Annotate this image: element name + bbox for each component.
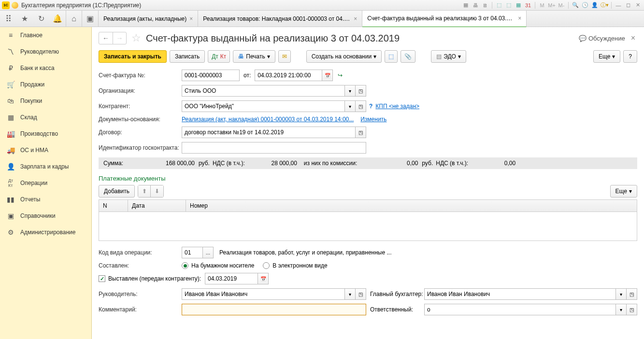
forward-button[interactable]: →: [113, 32, 126, 44]
issued-checkbox[interactable]: Выставлен (передан контрагенту):: [99, 275, 205, 282]
sidebar-item-reports[interactable]: ▮▮Отчеты: [0, 191, 91, 208]
sidebar-item-main[interactable]: ≡Главное: [0, 27, 91, 43]
rub-label: руб.: [422, 160, 433, 167]
head-input[interactable]: [182, 288, 345, 300]
summary-bar: Сумма: 168 000,00 руб. НДС (в т.ч.): 28 …: [99, 157, 637, 169]
select-icon[interactable]: …: [203, 247, 214, 258]
tab-realizations-list[interactable]: Реализация (акты, накладные) ×: [99, 11, 198, 27]
mplus-btn[interactable]: M+: [547, 1, 556, 10]
open-icon[interactable]: ◳: [356, 85, 366, 97]
structure-icon[interactable]: ⬚: [385, 50, 398, 63]
attach-icon[interactable]: 📎: [401, 50, 415, 63]
sidebar-item-manager[interactable]: 〽Руководителю: [0, 43, 91, 60]
responsible-input[interactable]: [424, 304, 616, 315]
contragent-input[interactable]: [182, 100, 345, 112]
payments-table-body[interactable]: [99, 212, 637, 241]
more-button-payments[interactable]: Еще▾: [610, 185, 637, 198]
window-close-icon[interactable]: ✕: [633, 1, 642, 10]
open-icon[interactable]: ◳: [627, 288, 637, 300]
date-input[interactable]: [255, 70, 322, 81]
chevron-down-icon[interactable]: ▾: [345, 85, 356, 97]
sidebar-item-bank[interactable]: ₽Банк и касса: [0, 60, 91, 76]
minimize-icon[interactable]: —: [614, 1, 623, 10]
sidebar-item-operations[interactable]: ДтКтОперации: [0, 175, 91, 191]
sidebar-item-purchases[interactable]: 🛍Покупки: [0, 93, 91, 109]
tab-realization-doc[interactable]: Реализация товаров: Накладная 0001-00000…: [198, 11, 362, 27]
comment-input[interactable]: [182, 304, 366, 315]
clock-icon[interactable]: 🕓: [581, 1, 589, 10]
number-input[interactable]: [182, 70, 240, 81]
sidebar-item-assets[interactable]: 🚚ОС и НМА: [0, 142, 91, 158]
add-button[interactable]: Добавить: [99, 185, 135, 198]
sidebar-item-admin[interactable]: ⚙Администрирование: [0, 224, 91, 240]
calendar-icon[interactable]: 31: [524, 1, 532, 10]
issued-date-input[interactable]: [205, 273, 258, 284]
move-down-icon[interactable]: ⬇: [151, 185, 163, 197]
radio-paper[interactable]: На бумажном носителе: [182, 262, 254, 269]
chevron-down-icon[interactable]: ▾: [345, 288, 356, 300]
sidebar-item-manufacture[interactable]: 🏭Производство: [0, 126, 91, 142]
open-icon[interactable]: ◳: [627, 304, 637, 315]
open-icon[interactable]: ◳: [356, 100, 366, 112]
close-icon[interactable]: ×: [518, 15, 521, 22]
goscontract-input[interactable]: [182, 142, 366, 154]
app-dropdown-icon[interactable]: [12, 2, 18, 9]
calendar-icon[interactable]: 📅: [322, 70, 333, 81]
sidebar-item-catalogs[interactable]: ▣Справочники: [0, 208, 91, 224]
m-btn[interactable]: M: [538, 1, 546, 10]
calendar-icon[interactable]: 📅: [258, 273, 269, 284]
save-close-button[interactable]: Записать и закрыть: [99, 50, 167, 63]
save-button[interactable]: Записать: [170, 50, 205, 63]
help-icon[interactable]: ?: [369, 103, 372, 110]
basis-change-link[interactable]: Изменить: [360, 116, 386, 123]
edo-button[interactable]: ▤ЭДО▾: [431, 50, 466, 63]
tab-invoice[interactable]: Счет-фактура выданный на реализацию 3 от…: [362, 11, 527, 28]
compare-icon[interactable]: ⬚: [495, 1, 503, 10]
chevron-down-icon[interactable]: ▾: [345, 100, 356, 112]
zoom-icon[interactable]: 🔍: [571, 1, 580, 10]
maximize-icon[interactable]: ◻: [624, 1, 632, 10]
page-close-icon[interactable]: ×: [629, 34, 637, 42]
discuss-link[interactable]: 💬Обсуждение: [579, 35, 625, 42]
opcode-input[interactable]: [182, 247, 203, 258]
sidebar-item-warehouse[interactable]: ▦Склад: [0, 109, 91, 126]
preview-icon[interactable]: ▦: [461, 1, 470, 10]
accountant-input[interactable]: [424, 288, 616, 300]
doc-icon[interactable]: 🗎: [481, 1, 489, 10]
radio-electronic[interactable]: В электронном виде: [263, 262, 327, 269]
home-icon[interactable]: ⌂: [66, 11, 82, 27]
favorite-icon[interactable]: ★: [16, 11, 33, 27]
star-icon[interactable]: ☆: [131, 32, 141, 44]
chevron-down-icon[interactable]: ▾: [616, 304, 627, 315]
calc-icon[interactable]: ▦: [514, 1, 523, 10]
mminus-btn[interactable]: M-: [557, 1, 566, 10]
open-icon[interactable]: ◳: [356, 127, 366, 138]
help-button[interactable]: ?: [623, 50, 637, 63]
org-input[interactable]: [182, 85, 345, 97]
user-icon[interactable]: 👤: [590, 1, 599, 10]
close-icon[interactable]: ×: [354, 15, 357, 22]
post-icon[interactable]: ↪: [338, 72, 343, 79]
tasks-icon[interactable]: ▣: [82, 11, 99, 27]
move-up-icon[interactable]: ⬆: [138, 185, 151, 197]
apps-icon[interactable]: ⠿: [0, 11, 16, 27]
print-button[interactable]: 🖶Печать▾: [233, 50, 275, 63]
back-button[interactable]: ←: [99, 32, 113, 44]
email-icon[interactable]: ✉: [278, 50, 291, 63]
sidebar-item-payroll[interactable]: 👤Зарплата и кадры: [0, 158, 91, 175]
postings-icon[interactable]: ДтКт: [208, 50, 230, 63]
sidebar-item-sales[interactable]: 🛒Продажи: [0, 76, 91, 93]
open-icon[interactable]: ◳: [356, 288, 366, 300]
bell-icon[interactable]: 🔔: [49, 11, 66, 27]
info-icon[interactable]: ⓘ▾: [600, 1, 609, 10]
contract-input[interactable]: [182, 127, 356, 138]
close-icon[interactable]: ×: [189, 15, 193, 22]
history-icon[interactable]: ↻: [33, 11, 49, 27]
chevron-down-icon[interactable]: ▾: [616, 288, 627, 300]
create-based-button[interactable]: Создать на основании▾: [306, 50, 382, 63]
export-icon[interactable]: ⬚: [504, 1, 513, 10]
more-button[interactable]: Еще▾: [593, 50, 620, 63]
kpp-link[interactable]: КПП <не задан>: [375, 103, 419, 110]
print-icon[interactable]: 🖶: [471, 1, 480, 10]
basis-link[interactable]: Реализация (акт, накладная) 0001-000003 …: [182, 116, 354, 123]
